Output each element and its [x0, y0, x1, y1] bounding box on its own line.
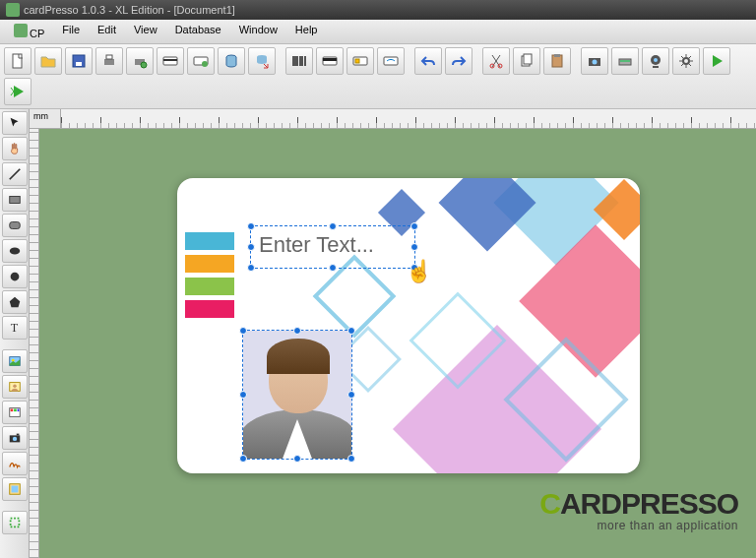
save-button[interactable] [65, 47, 93, 75]
camera-icon [587, 53, 602, 69]
svg-rect-23 [554, 54, 560, 57]
rfid-button[interactable] [377, 47, 405, 75]
resize-handle-s[interactable] [329, 264, 337, 272]
resize-handle-sw[interactable] [239, 455, 247, 463]
resize-handle-se[interactable] [347, 455, 355, 463]
barcode-icon [291, 53, 307, 69]
run-fast-button[interactable] [4, 78, 32, 105]
resize-handle-nw[interactable] [247, 222, 255, 230]
redo-button[interactable] [445, 47, 472, 75]
app-icon [6, 3, 20, 17]
barcode-button[interactable] [285, 47, 313, 75]
id-card-canvas[interactable]: Enter Text... ☝ [177, 178, 640, 473]
photo-object-selection[interactable] [242, 330, 352, 460]
circle-tool[interactable] [2, 265, 28, 288]
print-config-button[interactable] [126, 47, 154, 75]
resize-handle-ne[interactable] [347, 327, 355, 335]
menu-file[interactable]: File [54, 22, 88, 41]
image-tool[interactable] [2, 349, 28, 373]
cut-button[interactable] [482, 47, 510, 75]
camera-button[interactable] [581, 47, 608, 75]
svg-rect-2 [76, 62, 82, 66]
mag-stripe-icon [322, 53, 338, 69]
rectangle-tool[interactable] [2, 188, 28, 212]
menu-edit[interactable]: Edit [90, 22, 124, 41]
settings-button[interactable] [672, 47, 700, 75]
menu-label: Edit [97, 24, 116, 35]
resize-handle-ne[interactable] [410, 222, 418, 230]
select-tool[interactable] [2, 111, 28, 135]
resize-handle-e[interactable] [410, 243, 418, 251]
resize-handle-se[interactable] [410, 264, 418, 272]
resize-handle-n[interactable] [293, 327, 301, 335]
person-photo[interactable] [243, 331, 351, 459]
color-image-tool[interactable] [2, 401, 28, 424]
ruler-unit-label: mm [30, 109, 61, 128]
svg-rect-45 [17, 434, 20, 436]
resize-handle-nw[interactable] [239, 327, 247, 335]
rectangle-icon [8, 193, 22, 207]
rounded-rect-icon [8, 218, 22, 232]
text-icon: T [8, 321, 22, 335]
color-image-icon [8, 405, 22, 419]
resize-handle-w[interactable] [247, 243, 255, 251]
polygon-tool[interactable] [2, 290, 28, 314]
cp-icon [14, 24, 28, 37]
print-button[interactable] [95, 47, 123, 75]
line-tool[interactable] [2, 162, 28, 186]
run-button[interactable] [703, 47, 730, 75]
menu-window[interactable]: Window [231, 22, 285, 41]
mag-stripe-button[interactable] [316, 47, 344, 75]
canvas-stage[interactable]: Enter Text... ☝ [39, 129, 756, 558]
resize-handle-s[interactable] [293, 455, 301, 463]
color-block [185, 232, 234, 250]
svg-rect-41 [14, 409, 17, 412]
window-title: cardPresso 1.0.3 - XL Edition - [Documen… [24, 4, 235, 16]
database-button[interactable] [218, 47, 245, 75]
clip-tool[interactable] [2, 511, 28, 534]
text-tool[interactable]: T [2, 316, 28, 340]
menu-cp[interactable]: CP [6, 22, 52, 41]
new-doc-button[interactable] [4, 47, 32, 75]
svg-rect-4 [106, 55, 112, 59]
brand-tagline: more than an application [539, 519, 738, 532]
menu-help[interactable]: Help [287, 22, 326, 41]
copy-button[interactable] [513, 47, 540, 75]
undo-button[interactable] [414, 47, 442, 75]
camera-tool-tool[interactable] [2, 426, 28, 450]
rounded-rect-tool[interactable] [2, 214, 28, 237]
ellipse-tool[interactable] [2, 239, 28, 263]
resize-handle-w[interactable] [239, 391, 247, 399]
scanner-button[interactable] [611, 47, 639, 75]
menu-view[interactable]: View [126, 22, 165, 41]
resize-handle-e[interactable] [347, 391, 355, 399]
svg-rect-21 [524, 54, 532, 64]
color-block [185, 300, 234, 318]
smart-chip-button[interactable] [346, 47, 374, 75]
menu-database[interactable]: Database [167, 22, 229, 41]
select-icon [8, 116, 22, 130]
new-doc-icon [10, 53, 26, 69]
background-tool[interactable] [2, 477, 28, 501]
paste-button[interactable] [543, 47, 571, 75]
db-link-button[interactable] [248, 47, 276, 75]
resize-handle-n[interactable] [329, 222, 337, 230]
copy-icon [519, 53, 535, 69]
svg-rect-26 [619, 59, 631, 65]
text-object-selection[interactable]: Enter Text... [250, 225, 415, 269]
open-button[interactable] [34, 47, 62, 75]
menu-label: View [134, 24, 158, 35]
photo-tool[interactable] [2, 375, 28, 399]
hand-icon [8, 142, 22, 155]
text-placeholder[interactable]: Enter Text... [251, 226, 414, 264]
svg-rect-47 [12, 486, 19, 493]
resize-handle-sw[interactable] [247, 264, 255, 272]
cut-icon [488, 53, 504, 69]
hand-tool[interactable] [2, 137, 28, 160]
signature-tool[interactable] [2, 452, 28, 475]
encode-card-button[interactable] [157, 47, 184, 75]
encode-settings-button[interactable] [187, 47, 215, 75]
webcam-icon [648, 53, 663, 69]
svg-point-33 [11, 273, 20, 281]
webcam-button[interactable] [642, 47, 669, 75]
